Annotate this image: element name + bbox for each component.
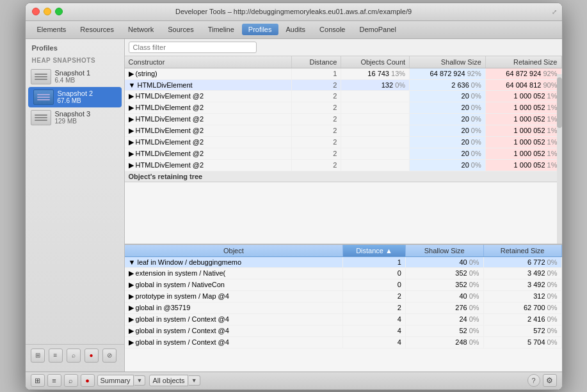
cell-objects — [341, 159, 410, 171]
cell-shallow: 20 0% — [410, 159, 486, 171]
cell-objects — [341, 148, 410, 159]
bottom-btn-search[interactable]: ⌕ — [64, 374, 78, 387]
summary-select[interactable]: Summary — [97, 375, 134, 386]
tab-demopanel[interactable]: DemoPanel — [353, 24, 402, 35]
rcell-shallow: 52 0% — [405, 325, 483, 336]
tab-network[interactable]: Network — [122, 24, 160, 35]
bottom-btn-stack[interactable]: ≡ — [47, 374, 61, 387]
retaining-row[interactable]: ▶ global in system / Context @4 4 24 0% … — [125, 313, 562, 325]
scrollbar-thumb[interactable] — [557, 77, 562, 129]
snapshot-item-1[interactable]: Snapshot 1 6.4 MB — [26, 67, 124, 87]
rcell-shallow: 24 0% — [405, 313, 483, 325]
retaining-row[interactable]: ▶ global in system / NativeCon 0 352 0% … — [125, 279, 562, 290]
sidebar-btn-list[interactable]: ⊞ — [31, 349, 45, 363]
rcell-shallow: 40 0% — [405, 290, 483, 302]
snapshot-name-1: Snapshot 1 — [55, 69, 91, 77]
tab-timeline[interactable]: Timeline — [202, 24, 241, 35]
cell-constructor: ▶ HTMLDivElement @2 — [125, 125, 292, 136]
table-row[interactable]: ▶ HTMLDivElement @2 2 20 0% 1 000 052 1% — [125, 136, 562, 148]
minimize-button[interactable] — [44, 8, 51, 15]
table-row[interactable]: ▶ HTMLDivElement @2 2 20 0% 1 000 052 1% — [125, 90, 562, 102]
cell-distance: 2 — [292, 148, 341, 159]
rth-object[interactable]: Object — [125, 245, 343, 257]
retaining-tree-section: Object Distance ▲ Shallow Size Retained … — [125, 244, 562, 372]
retaining-row[interactable]: ▶ global in system / Context @4 4 52 0% … — [125, 325, 562, 336]
table-row[interactable]: ▶ HTMLDivElement @2 2 20 0% 1 000 052 1% — [125, 159, 562, 171]
summary-select-arrow-icon[interactable]: ▼ — [134, 375, 146, 386]
cell-constructor: ▶ HTMLDivElement @2 — [125, 102, 292, 113]
cell-distance: 2 — [292, 102, 341, 113]
sidebar-btn-stack[interactable]: ≡ — [49, 349, 63, 363]
retaining-row[interactable]: ▶ global in @35719 2 276 0% 62 700 0% — [125, 302, 562, 313]
th-shallow-size[interactable]: Shallow Size — [410, 56, 486, 68]
help-button[interactable]: ? — [527, 374, 540, 387]
settings-button[interactable]: ⚙ — [543, 374, 557, 387]
rcell-object: ▼ leaf in Window / debuggingmemo — [125, 256, 343, 267]
retaining-row[interactable]: ▶ global in system / Context @4 4 248 0%… — [125, 336, 562, 348]
retaining-row[interactable]: ▼ leaf in Window / debuggingmemo 1 40 0%… — [125, 256, 562, 267]
rcell-shallow: 276 0% — [405, 302, 483, 313]
resize-icon: ⤢ — [552, 8, 557, 15]
bottom-btn-list[interactable]: ⊞ — [31, 374, 45, 387]
sidebar-btn-search[interactable]: ⌕ — [67, 349, 81, 363]
cell-retained: 1 000 052 1% — [485, 90, 561, 102]
table-row[interactable]: ▶ (string) 1 16 743 13% 64 872 924 92% 6… — [125, 68, 562, 79]
tab-sources[interactable]: Sources — [161, 24, 200, 35]
snapshot-item-2[interactable]: Snapshot 2 67.6 MB — [28, 87, 122, 107]
table-row[interactable]: ▶ HTMLDivElement @2 2 20 0% 1 000 052 1% — [125, 102, 562, 113]
snapshot-size-1: 6.4 MB — [55, 77, 91, 84]
snapshot-item-3[interactable]: Snapshot 3 129 MB — [26, 107, 124, 128]
maximize-button[interactable] — [55, 8, 63, 15]
filter-select-arrow-icon[interactable]: ▼ — [189, 375, 200, 386]
tab-audits[interactable]: Audits — [280, 24, 312, 35]
class-filter-input[interactable] — [129, 42, 257, 53]
snapshot-icon-3 — [31, 110, 51, 125]
retaining-row[interactable]: ▶ extension in system / Native( 0 352 0%… — [125, 267, 562, 279]
sidebar-title: Profiles — [26, 39, 124, 54]
snapshot-name-2: Snapshot 2 — [58, 90, 93, 97]
rth-shallow[interactable]: Shallow Size — [405, 245, 483, 257]
th-retained-size[interactable]: Retained Size — [485, 56, 561, 68]
filter-select[interactable]: All objects — [149, 375, 188, 386]
th-objects-count[interactable]: Objects Count — [341, 56, 410, 68]
cell-constructor: ▶ HTMLDivElement @2 — [125, 90, 292, 102]
rcell-object: ▶ global in system / Context @4 — [125, 325, 343, 336]
rcell-distance: 4 — [343, 336, 406, 348]
sidebar: Profiles HEAP SNAPSHOTS Snapshot 1 6.4 M… — [26, 39, 125, 372]
table-row[interactable]: ▶ HTMLDivElement @2 2 20 0% 1 000 052 1% — [125, 125, 562, 136]
rth-retained[interactable]: Retained Size — [483, 245, 561, 257]
bottom-btn-record[interactable]: ● — [81, 374, 95, 387]
cell-shallow: 20 0% — [410, 90, 486, 102]
main-table-scroll[interactable]: Constructor Distance Objects Count Shall… — [125, 56, 562, 244]
close-button[interactable] — [32, 8, 40, 15]
devtools-window: Developer Tools – http://debuggingmemory… — [25, 3, 563, 390]
rcell-shallow: 40 0% — [405, 256, 483, 267]
cell-retained: 64 004 812 90% — [485, 79, 561, 90]
cell-objects — [341, 136, 410, 148]
th-distance[interactable]: Distance — [292, 56, 341, 68]
th-constructor[interactable]: Constructor — [125, 56, 292, 68]
scrollbar-track[interactable] — [557, 74, 562, 244]
cell-distance: 2 — [292, 159, 341, 171]
table-row[interactable]: ▼ HTMLDivElement 2 132 0% 2 636 0% 64 00… — [125, 79, 562, 90]
retaining-row[interactable]: ▶ prototype in system / Map @4 2 40 0% 3… — [125, 290, 562, 302]
rth-distance[interactable]: Distance ▲ — [343, 245, 406, 257]
tab-resources[interactable]: Resources — [74, 24, 120, 35]
cell-objects — [341, 102, 410, 113]
tab-elements[interactable]: Elements — [31, 24, 73, 35]
table-row[interactable]: ▶ HTMLDivElement @2 2 20 0% 1 000 052 1% — [125, 113, 562, 125]
snapshot-name-3: Snapshot 3 — [55, 110, 91, 118]
tab-profiles[interactable]: Profiles — [242, 24, 278, 35]
retaining-tree-header: Object's retaining tree — [125, 171, 562, 182]
table-row[interactable]: ▶ HTMLDivElement @2 2 20 0% 1 000 052 1% — [125, 148, 562, 159]
sidebar-btn-stop[interactable]: ⊘ — [102, 349, 117, 363]
cell-objects — [341, 90, 410, 102]
upper-section: Constructor Distance Objects Count Shall… — [125, 56, 562, 244]
bottom-bar: ⊞ ≡ ⌕ ● Summary ▼ All objects ▼ ? ⚙ — [26, 372, 562, 389]
rcell-shallow: 352 0% — [405, 267, 483, 279]
rcell-object: ▶ global in system / Context @4 — [125, 313, 343, 325]
cell-retained: 1 000 052 1% — [485, 102, 561, 113]
tab-console[interactable]: Console — [313, 24, 351, 35]
rcell-shallow: 248 0% — [405, 336, 483, 348]
sidebar-btn-record[interactable]: ● — [84, 349, 99, 363]
